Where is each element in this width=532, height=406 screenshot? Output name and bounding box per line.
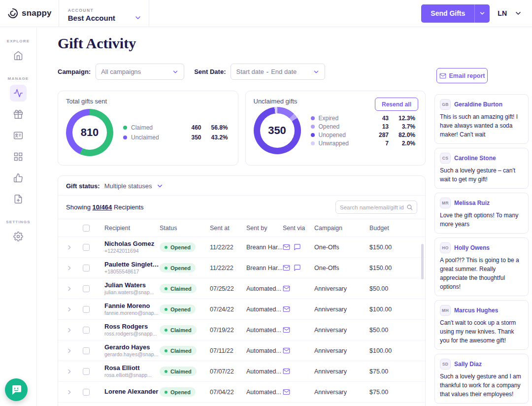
legend-count: 43 — [367, 115, 389, 122]
chevron-down-icon[interactable] — [156, 182, 164, 190]
chevron-down-icon — [172, 68, 179, 75]
user-menu[interactable]: LN — [498, 9, 522, 17]
feed-item[interactable]: GB Geraldine Burton This is such an amaz… — [434, 94, 529, 144]
row-expand-icon[interactable] — [66, 306, 83, 313]
feed-author: Caroline Stone — [454, 155, 496, 162]
status-badge: Opened — [160, 242, 196, 252]
campaign-select-value: All campaigns — [101, 68, 141, 75]
row-checkbox[interactable] — [83, 368, 90, 375]
recipient-name: Nicholas Gomez — [104, 240, 160, 248]
feed-item[interactable]: CS Caroline Stone Such a lovely gesture … — [434, 148, 529, 189]
showing-count: 10/464 — [93, 203, 112, 211]
start-date-placeholder: Start date — [236, 68, 264, 75]
row-expand-icon[interactable] — [66, 347, 83, 354]
campaign-name: One-Offs — [314, 244, 369, 251]
row-checkbox[interactable] — [83, 285, 90, 292]
feed-author: Sally Diaz — [454, 361, 482, 368]
email-icon — [283, 388, 290, 396]
table-toolbar: Showing 10/464 Recipients — [58, 196, 425, 219]
status-dot — [165, 329, 167, 332]
legend-label: Unwrapped — [319, 140, 367, 147]
sent-at: 11/22/22 — [210, 265, 246, 271]
feed-item[interactable]: MR Melissa Ruiz Love the gift options! T… — [434, 193, 529, 234]
row-expand-icon[interactable] — [66, 265, 83, 271]
gear-icon — [13, 232, 23, 241]
column-header-recipient[interactable]: Recipient — [104, 225, 160, 232]
sidebar-item-engagement[interactable] — [10, 169, 27, 186]
row-checkbox[interactable] — [83, 327, 90, 334]
unopened-dot — [311, 133, 315, 137]
feed-item[interactable]: HO Holly Owens A pool?!? This is going t… — [434, 237, 529, 296]
feed-message: This is such an amazing gift! I have alw… — [440, 112, 523, 139]
sidebar-item-contacts[interactable] — [10, 127, 27, 144]
row-checkbox[interactable] — [83, 306, 90, 313]
home-icon — [13, 51, 23, 61]
row-expand-icon[interactable] — [66, 368, 83, 375]
feed-message: Such a lovely gesture and I am thankful … — [440, 372, 523, 399]
search-input[interactable] — [340, 204, 406, 210]
opened-dot — [311, 125, 315, 129]
recipient-name: Paulette Singleton — [104, 261, 160, 269]
filters-row: Campaign: All campaigns Sent Date: Start… — [58, 64, 426, 80]
column-header-sent-by[interactable]: Sent by — [246, 225, 283, 232]
sidebar-item-home[interactable] — [10, 47, 27, 64]
resend-all-button[interactable]: Resend all — [375, 98, 418, 111]
row-expand-icon[interactable] — [66, 244, 83, 251]
sidebar-item-gifts[interactable] — [10, 106, 27, 123]
row-checkbox[interactable] — [83, 389, 90, 396]
avatar: MH — [440, 305, 451, 316]
sent-date-range-picker[interactable]: Start date - End date — [231, 64, 325, 80]
avatar: HO — [440, 242, 451, 253]
gift-status-value: Multiple statuses — [104, 182, 152, 190]
email-icon — [283, 347, 290, 354]
account-switcher[interactable]: ACCOUNT Best Account — [59, 5, 149, 22]
column-header-sent-at[interactable]: Sent at — [210, 225, 246, 232]
sidebar-section-settings: SETTINGS — [6, 220, 31, 224]
select-all-checkbox[interactable] — [83, 225, 90, 232]
contacts-icon — [13, 131, 23, 140]
table-row: Julian Watersjulian.waters@snap... Claim… — [58, 278, 425, 299]
search-icon[interactable] — [406, 204, 413, 210]
campaign-select[interactable]: All campaigns — [96, 64, 184, 80]
column-header-budget[interactable]: Budget — [369, 225, 420, 232]
snappy-logo[interactable]: snappy — [7, 7, 59, 19]
feed-message: Can't wait to cook up a storm using my n… — [440, 318, 523, 345]
send-gifts-button[interactable]: Send Gifts — [421, 4, 474, 23]
sent-at: 07/25/22 — [210, 285, 246, 292]
recipient-contact: +18055548617 — [104, 269, 160, 275]
chat-widget-button[interactable] — [5, 378, 28, 401]
email-report-button[interactable]: Email report — [436, 68, 488, 83]
sidebar-item-campaigns[interactable] — [10, 148, 27, 165]
status-text: Opened — [170, 306, 191, 312]
row-expand-icon[interactable] — [66, 389, 83, 396]
campaign-filter-label: Campaign: — [58, 68, 91, 75]
feed-item[interactable]: MH Marcus Hughes Can't wait to cook up a… — [434, 300, 529, 350]
row-expand-icon[interactable] — [66, 285, 83, 292]
row-expand-icon[interactable] — [66, 327, 83, 334]
feed-item[interactable]: SD Sally Diaz Such a lovely gesture and … — [434, 354, 529, 404]
row-checkbox[interactable] — [83, 244, 90, 251]
row-checkbox[interactable] — [83, 347, 90, 354]
sidebar-item-activity[interactable] — [10, 85, 27, 102]
feed-message: Love the gift options! To many more year… — [440, 211, 523, 229]
column-header-sent-via[interactable]: Sent via — [283, 225, 314, 232]
legend-pct: 3.7% — [389, 123, 415, 130]
send-gifts-caret-button[interactable] — [474, 4, 490, 23]
showing-prefix: Showing — [66, 203, 91, 211]
legend-label: Unclaimed — [131, 134, 180, 141]
feed-message: A pool?!? This is going to be a great su… — [440, 256, 523, 291]
column-header-campaign[interactable]: Campaign — [314, 225, 369, 232]
avatar: CS — [440, 153, 451, 164]
page-title: Gift Activity — [58, 35, 426, 52]
sidebar-item-settings[interactable] — [10, 228, 27, 245]
status-dot — [165, 246, 167, 249]
sidebar-item-reports[interactable] — [10, 191, 27, 207]
gift-icon — [13, 109, 23, 119]
table-scrollbar[interactable] — [421, 244, 424, 279]
status-dot — [165, 391, 167, 394]
row-checkbox[interactable] — [83, 265, 90, 271]
column-header-status[interactable]: Status — [160, 225, 210, 232]
gift-reactions-feed: GB Geraldine Burton This is such an amaz… — [434, 94, 529, 404]
table-row: Paulette Singleton+18055548617 Opened 11… — [58, 258, 425, 278]
sidebar-section-manage: MANAGE — [8, 76, 29, 81]
